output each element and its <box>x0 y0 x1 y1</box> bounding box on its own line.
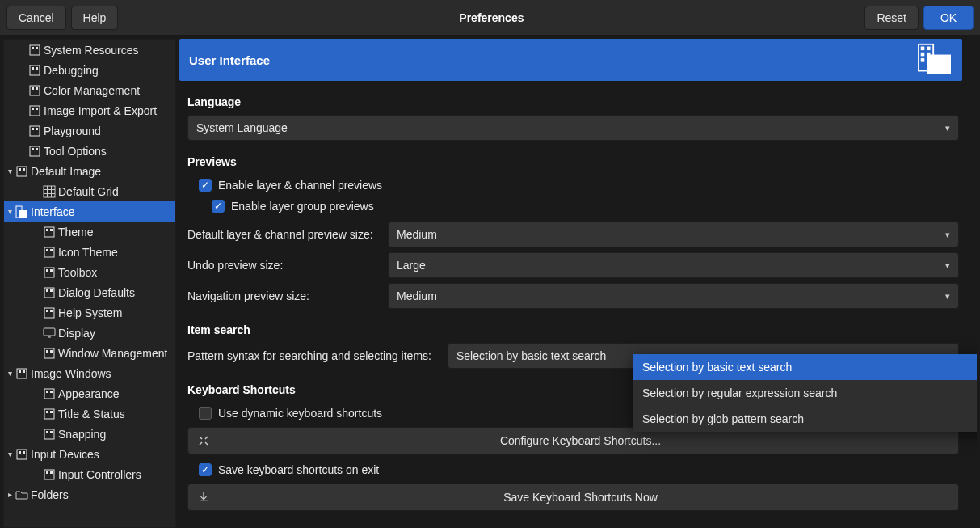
page-title: User Interface <box>189 53 917 67</box>
sidebar-item-system-resources[interactable]: System Resources <box>4 40 175 60</box>
debugging-icon <box>28 64 41 77</box>
sidebar-item-label: Default Image <box>31 165 101 178</box>
reset-button[interactable]: Reset <box>864 6 919 30</box>
sidebar-item-help-system[interactable]: Help System <box>4 302 175 323</box>
enable-layer-group-previews-label: Enable layer group previews <box>231 200 374 213</box>
ok-button[interactable]: OK <box>923 6 974 30</box>
category-tree[interactable]: System ResourcesDebuggingColor Managemen… <box>3 39 176 528</box>
svg-rect-49 <box>44 409 54 419</box>
sidebar-item-debugging[interactable]: Debugging <box>4 60 175 80</box>
svg-rect-2 <box>36 47 38 49</box>
svg-rect-7 <box>32 87 34 90</box>
language-combo[interactable]: System Language ▾ <box>187 115 959 141</box>
sidebar-item-playground[interactable]: Playground <box>4 120 175 141</box>
sidebar-item-toolbox[interactable]: Toolbox <box>4 262 175 282</box>
color-management-icon <box>28 84 41 97</box>
toolbox-icon <box>43 266 56 279</box>
save-shortcuts-on-exit-checkbox[interactable]: Save keyboard shortcuts on exit <box>187 459 959 480</box>
svg-rect-51 <box>50 411 53 413</box>
dialog-defaults-icon <box>43 286 56 299</box>
sidebar-item-label: Theme <box>58 226 94 239</box>
expander-open-icon[interactable]: ▾ <box>4 206 15 218</box>
default-grid-icon <box>43 185 56 198</box>
expander-open-icon[interactable]: ▾ <box>4 368 15 379</box>
sidebar-item-image-import-export[interactable]: Image Import & Export <box>4 100 175 120</box>
svg-rect-57 <box>23 451 25 454</box>
svg-rect-17 <box>36 148 38 150</box>
sidebar-item-title-status[interactable]: Title & Status <box>4 403 175 424</box>
cancel-button[interactable]: Cancel <box>6 6 66 30</box>
sidebar-item-appearance[interactable]: Appearance <box>4 383 175 403</box>
sidebar-item-color-management[interactable]: Color Management <box>4 80 175 100</box>
tools-icon <box>196 434 211 447</box>
svg-rect-25 <box>46 229 48 231</box>
tool-options-icon <box>28 145 41 158</box>
sidebar-item-icon-theme[interactable]: Icon Theme <box>4 242 175 262</box>
content-scroll[interactable]: User Interface Language System Language … <box>179 39 977 528</box>
svg-rect-37 <box>46 310 48 312</box>
default-preview-size-combo[interactable]: Medium ▾ <box>388 222 959 247</box>
sidebar-item-label: Icon Theme <box>58 246 118 259</box>
sidebar-item-tool-options[interactable]: Tool Options <box>4 141 175 161</box>
save-keyboard-shortcuts-now-button[interactable]: Save Keyboard Shortcuts Now <box>187 484 959 511</box>
svg-rect-0 <box>30 45 40 55</box>
checkbox-checked-icon <box>199 179 212 192</box>
navigation-preview-size-combo[interactable]: Medium ▾ <box>388 283 959 309</box>
svg-rect-30 <box>44 268 54 277</box>
expander-open-icon[interactable]: ▾ <box>4 449 15 460</box>
sidebar-item-input-controllers[interactable]: Input Controllers <box>4 464 175 484</box>
chevron-down-icon: ▾ <box>945 291 950 302</box>
sidebar-item-dialog-defaults[interactable]: Dialog Defaults <box>4 282 175 302</box>
titlebar: Cancel Help Preferences Reset OK <box>0 0 980 36</box>
pattern-option-regex[interactable]: Selection by regular expression search <box>633 380 977 406</box>
undo-preview-size-combo[interactable]: Large ▾ <box>388 252 959 278</box>
chevron-down-icon: ▾ <box>945 260 950 271</box>
expander-open-icon[interactable]: ▾ <box>4 166 15 177</box>
svg-rect-36 <box>44 308 54 318</box>
svg-rect-11 <box>36 108 38 110</box>
help-button[interactable]: Help <box>71 6 119 30</box>
expander-closed-icon[interactable]: ▸ <box>4 489 15 501</box>
svg-rect-26 <box>50 229 53 231</box>
svg-rect-44 <box>19 370 21 373</box>
sidebar-item-window-management[interactable]: Window Management <box>4 343 175 363</box>
svg-rect-68 <box>927 54 951 74</box>
svg-rect-28 <box>46 249 48 251</box>
checkbox-checked-icon <box>199 463 212 476</box>
sidebar-item-label: Color Management <box>44 84 140 97</box>
enable-layer-channel-previews-label: Enable layer & channel previews <box>218 179 382 192</box>
sidebar-item-display[interactable]: Display <box>4 323 175 343</box>
input-devices-icon <box>15 448 28 461</box>
svg-rect-58 <box>44 470 54 479</box>
sidebar-item-default-image[interactable]: ▾Default Image <box>4 161 175 181</box>
image-import-export-icon <box>28 104 41 117</box>
sidebar-item-label: Input Devices <box>31 448 99 461</box>
sidebar-item-interface[interactable]: ▾Interface <box>4 201 175 222</box>
svg-rect-53 <box>46 431 48 433</box>
sidebar-item-label: Snapping <box>58 428 106 441</box>
svg-rect-29 <box>50 249 53 251</box>
sidebar-item-label: Playground <box>44 125 101 137</box>
enable-layer-channel-previews-checkbox[interactable]: Enable layer & channel previews <box>187 175 959 196</box>
pattern-option-basic[interactable]: Selection by basic text search <box>633 354 977 380</box>
pattern-option-glob[interactable]: Selection by glob pattern search <box>633 406 977 432</box>
sidebar-item-folders[interactable]: ▸Folders <box>4 484 175 505</box>
sidebar-item-snapping[interactable]: Snapping <box>4 424 175 444</box>
sidebar-item-default-grid[interactable]: Default Grid <box>4 181 175 201</box>
chevron-down-icon: ▾ <box>945 123 950 133</box>
svg-rect-41 <box>46 350 48 353</box>
svg-rect-20 <box>23 168 25 171</box>
svg-rect-15 <box>30 146 40 156</box>
sidebar-item-theme[interactable]: Theme <box>4 222 175 242</box>
svg-rect-64 <box>921 52 925 56</box>
enable-layer-group-previews-checkbox[interactable]: Enable layer group previews <box>187 196 959 217</box>
svg-rect-35 <box>50 289 53 292</box>
svg-rect-19 <box>19 168 21 171</box>
svg-rect-10 <box>32 108 34 110</box>
svg-rect-47 <box>46 391 48 393</box>
svg-rect-46 <box>44 389 54 399</box>
sidebar-item-input-devices[interactable]: ▾Input Devices <box>4 444 175 464</box>
sidebar-item-image-windows[interactable]: ▾Image Windows <box>4 363 175 383</box>
svg-rect-33 <box>44 288 54 298</box>
svg-rect-66 <box>921 58 925 62</box>
